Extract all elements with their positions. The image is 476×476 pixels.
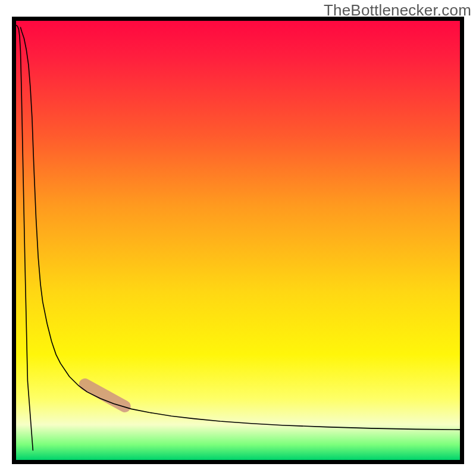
chart-plot-area — [16, 21, 460, 460]
chart-svg — [16, 21, 460, 460]
chart-frame — [12, 17, 464, 464]
bottleneck-curve-path — [20, 27, 460, 430]
highlight-marker — [85, 384, 125, 406]
